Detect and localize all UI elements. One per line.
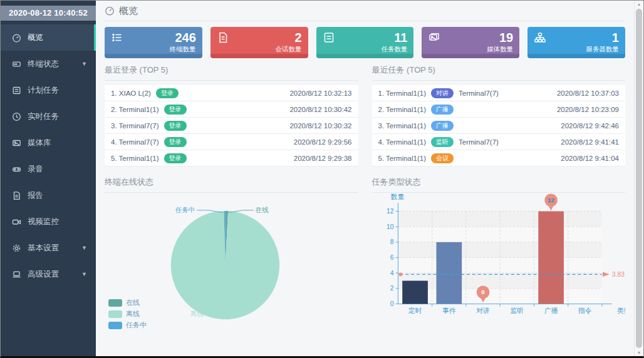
- card-value: 19: [487, 31, 513, 44]
- svg-text:在线: 在线: [255, 206, 269, 213]
- section-title-recent-logins: 最近登录 (TOP 5): [105, 58, 358, 81]
- login-row: 5. Terminal1(1) 登录 2020/8/12 9:29:38: [105, 150, 358, 166]
- status-badge: 登录: [164, 121, 187, 131]
- svg-text:6: 6: [390, 254, 393, 261]
- charts-row: 终端在线状态 任务中在线离线 在线 离线: [105, 170, 625, 336]
- task-time: 2020/8/12 10:23:09: [557, 106, 619, 113]
- chevron-down-icon[interactable]: ▼: [81, 61, 87, 67]
- section-title-task-type: 任务类型状态: [372, 170, 626, 193]
- sidebar-item-recordings[interactable]: 录音: [1, 156, 96, 182]
- section-title-terminal-status: 终端在线状态: [105, 170, 358, 193]
- chevron-down-icon[interactable]: ▼: [81, 245, 87, 251]
- recent-lists: 最近登录 (TOP 5) 1. XIAO L(2) 登录 2020/8/12 1…: [105, 58, 625, 166]
- svg-text:事件: 事件: [442, 307, 455, 314]
- card-label: 媒体数量: [487, 45, 513, 54]
- sitemap-icon: [534, 31, 546, 44]
- laptop-icon: [12, 270, 21, 279]
- task-type-badge: 监听: [431, 137, 454, 147]
- svg-text:任务中: 任务中: [175, 206, 195, 213]
- status-badge: 登录: [164, 153, 187, 163]
- card-server-count[interactable]: 1 服务器数量: [527, 27, 625, 58]
- login-time: 2020/8/12 9:29:56: [294, 138, 352, 146]
- legend-swatch: [108, 310, 122, 318]
- sidebar: 2020-08-12 10:40:52 概览 终端状态 ▼ 计划任务 实时任务: [1, 1, 96, 356]
- task-row: 2. Terminal1(1) 广播 2020/8/12 10:23:09: [372, 101, 626, 118]
- sidebar-item-terminal-status[interactable]: 终端状态 ▼: [1, 51, 96, 77]
- video-camera-icon: [12, 217, 21, 227]
- scrollbar-thumb[interactable]: [636, 9, 642, 348]
- legend-swatch: [108, 299, 122, 307]
- sidebar-item-reports[interactable]: 报告: [1, 182, 96, 208]
- card-label: 服务器数量: [586, 45, 619, 54]
- terminal-status-chart-panel: 终端在线状态 任务中在线离线 在线 离线: [105, 170, 358, 336]
- sidebar-item-video-monitor[interactable]: 视频监控: [1, 208, 96, 235]
- report-icon: [12, 191, 21, 200]
- task-row: 3. Terminal1(1) 广播 2020/8/12 9:42:46: [372, 118, 626, 134]
- sidebar-item-label: 终端状态: [28, 59, 59, 69]
- task-source: 5. Terminal1(1): [378, 155, 427, 162]
- legend-item-offline[interactable]: 离线: [108, 309, 147, 319]
- svg-text:4: 4: [390, 270, 393, 277]
- task-type-chart-panel: 任务类型状态 024681012定时事件对讲监听广播指令数量类型3.83120: [372, 170, 626, 336]
- pie-legend: 在线 离线 任务中: [108, 296, 147, 330]
- sidebar-menu: 概览 终端状态 ▼ 计划任务 实时任务 媒体库 录音: [1, 24, 96, 287]
- task-time: 2020/8/12 9:41:04: [561, 155, 619, 162]
- svg-text:0: 0: [481, 289, 485, 295]
- status-badge: 登录: [164, 105, 187, 115]
- svg-text:12: 12: [548, 197, 554, 203]
- sidebar-item-planned-tasks[interactable]: 计划任务: [1, 77, 96, 103]
- legend-label: 任务中: [126, 320, 147, 330]
- svg-text:对讲: 对讲: [476, 307, 490, 314]
- card-label: 会话数量: [276, 45, 302, 54]
- task-type-badge: 对讲: [431, 88, 454, 98]
- sidebar-item-label: 基本设置: [28, 243, 59, 253]
- login-time: 2020/8/12 10:30:32: [289, 122, 351, 130]
- login-name: 2. Terminal1(1): [111, 106, 159, 113]
- sidebar-item-label: 视频监控: [28, 217, 59, 227]
- task-time: 2020/8/12 9:41:41: [561, 138, 619, 146]
- sidebar-item-basic-settings[interactable]: 基本设置 ▼: [1, 235, 96, 261]
- legend-item-in-task[interactable]: 任务中: [108, 320, 147, 330]
- app-window: 2020-08-12 10:40:52 概览 终端状态 ▼ 计划任务 实时任务: [0, 0, 644, 358]
- task-list-icon: [323, 31, 335, 44]
- login-row: 3. Terminal7(7) 登录 2020/8/12 10:30:32: [105, 118, 358, 134]
- vertical-scrollbar[interactable]: ▲ ▼: [634, 1, 643, 356]
- card-session-count[interactable]: 2 会话数量: [210, 27, 308, 58]
- sidebar-item-label: 媒体库: [28, 138, 51, 148]
- media-stack-icon: [428, 31, 440, 44]
- main-content: 概览 246 终端数量 2 会话数量 11 任务数量 1: [96, 1, 634, 356]
- gauge-icon: [105, 6, 115, 16]
- status-badge: 登录: [156, 88, 179, 98]
- svg-text:离线: 离线: [190, 310, 204, 317]
- page-title: 概览: [119, 5, 138, 17]
- task-row: 4. Terminal1(1) 监听 Terminal7(7) 2020/8/1…: [372, 134, 626, 150]
- task-type-badge: 广播: [431, 105, 454, 115]
- recording-icon: [12, 165, 21, 174]
- sidebar-clock: 2020-08-12 10:40:52: [1, 6, 96, 21]
- sidebar-item-media-library[interactable]: 媒体库: [1, 130, 96, 156]
- login-name: 3. Terminal7(7): [111, 122, 159, 130]
- stat-cards: 246 终端数量 2 会话数量 11 任务数量 19 媒体数量: [105, 27, 625, 58]
- sidebar-item-label: 概览: [28, 33, 43, 43]
- login-time: 2020/8/12 10:32:13: [289, 90, 351, 97]
- recent-tasks-panel: 最近任务 (TOP 5) 1. Terminal1(1) 对讲 Terminal…: [372, 58, 626, 166]
- scroll-down-arrow[interactable]: ▼: [635, 350, 643, 355]
- sidebar-item-realtime-tasks[interactable]: 实时任务: [1, 103, 96, 130]
- login-name: 4. Terminal7(7): [111, 138, 159, 146]
- legend-item-online[interactable]: 在线: [108, 298, 147, 307]
- card-value: 1: [586, 31, 619, 44]
- recent-logins-panel: 最近登录 (TOP 5) 1. XIAO L(2) 登录 2020/8/12 1…: [105, 58, 358, 166]
- sidebar-item-advanced-settings[interactable]: 高级设置 ▼: [1, 261, 96, 287]
- sidebar-item-overview[interactable]: 概览: [1, 24, 96, 51]
- sidebar-item-label: 录音: [28, 164, 43, 175]
- terminal-status-icon: [12, 59, 21, 69]
- chevron-down-icon[interactable]: ▼: [81, 271, 87, 277]
- card-value: 246: [170, 31, 196, 44]
- card-task-count[interactable]: 11 任务数量: [316, 27, 414, 58]
- sidebar-item-label: 实时任务: [28, 111, 59, 122]
- card-terminal-count[interactable]: 246 终端数量: [105, 27, 202, 58]
- card-media-count[interactable]: 19 媒体数量: [422, 27, 519, 58]
- bar-chart: 024681012定时事件对讲监听广播指令数量类型3.83120: [372, 193, 626, 336]
- scroll-up-arrow[interactable]: ▲: [635, 2, 643, 6]
- task-row: 1. Terminal1(1) 对讲 Terminal7(7) 2020/8/1…: [372, 85, 626, 101]
